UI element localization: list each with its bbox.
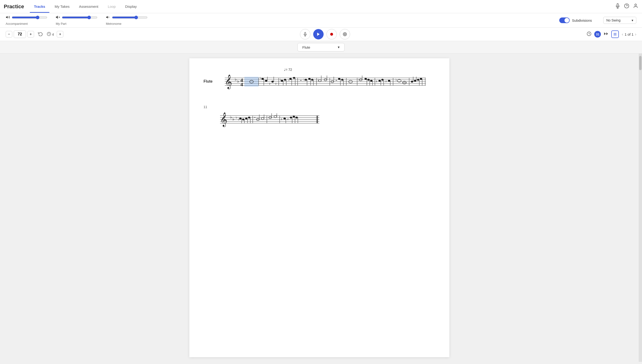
svg-text:𝄽: 𝄽 xyxy=(275,82,276,85)
svg-point-125 xyxy=(239,118,242,120)
svg-text:4: 4 xyxy=(240,82,243,87)
metronome-slider[interactable] xyxy=(112,16,147,19)
tempo-input[interactable] xyxy=(14,30,26,38)
fast-forward-button[interactable] xyxy=(604,32,608,37)
svg-text:𝄽: 𝄽 xyxy=(385,80,386,82)
svg-point-52 xyxy=(289,78,292,80)
tempo-decrease-button[interactable]: − xyxy=(6,31,12,38)
svg-text:𝄞: 𝄞 xyxy=(225,74,232,90)
svg-point-149 xyxy=(290,116,292,118)
svg-point-63 xyxy=(311,79,313,81)
sheet-area[interactable]: ♩= 72 Flute 𝄞 ♭ ♭ xyxy=(0,54,639,362)
transport-right: 31 ‹ 1 of 1 › xyxy=(587,30,636,38)
metronome-group: Metronome xyxy=(106,15,148,26)
sheet-page: ♩= 72 Flute 𝄞 ♭ ♭ xyxy=(189,58,449,357)
svg-marker-19 xyxy=(606,32,608,35)
page-next-button[interactable]: › xyxy=(635,32,636,37)
accompaniment-volume-icon[interactable] xyxy=(6,15,10,20)
accompaniment-slider[interactable] xyxy=(12,16,47,19)
svg-point-89 xyxy=(370,80,372,82)
header: Practice Tracks My Takes Assessment Loop… xyxy=(0,0,642,13)
svg-point-142 xyxy=(274,116,277,118)
my-part-label: My Part xyxy=(56,22,66,26)
transport-controls xyxy=(66,29,584,40)
beat-increase-button[interactable]: + xyxy=(57,31,63,38)
record-button[interactable] xyxy=(326,29,337,40)
tempo-reset-button[interactable] xyxy=(37,31,44,38)
subdivisions-label: Subdivisions xyxy=(572,18,592,22)
tab-tracks[interactable]: Tracks xyxy=(30,2,50,10)
subdivisions-group: Subdivisions xyxy=(559,18,592,23)
svg-marker-9 xyxy=(106,16,108,19)
svg-point-131 xyxy=(248,116,250,118)
user-icon[interactable] xyxy=(633,3,638,10)
svg-text:𝄞: 𝄞 xyxy=(220,112,228,127)
page-prev-button[interactable]: ‹ xyxy=(622,32,623,37)
tab-assessment[interactable]: Assessment xyxy=(75,2,103,10)
count-badge: 31 xyxy=(594,31,601,38)
help-icon[interactable] xyxy=(624,3,629,10)
svg-text:♭: ♭ xyxy=(230,115,232,120)
my-part-slider[interactable] xyxy=(62,16,97,19)
metronome-label: Metronome xyxy=(106,22,121,26)
svg-text:𝄼: 𝄼 xyxy=(335,80,337,81)
staff-svg-2: 𝄞 ♭ ♭ ♭ ♭ xyxy=(218,110,322,129)
svg-point-37 xyxy=(262,78,264,80)
svg-point-110 xyxy=(417,79,419,81)
play-button[interactable] xyxy=(313,29,324,40)
page-label: 1 of 1 xyxy=(624,32,633,36)
swing-dropdown[interactable]: No Swing ▾ xyxy=(603,17,636,24)
svg-point-54 xyxy=(293,77,295,79)
svg-text:♭: ♭ xyxy=(260,76,262,80)
svg-point-129 xyxy=(245,118,248,120)
svg-point-153 xyxy=(296,116,298,118)
svg-point-95 xyxy=(381,79,384,81)
app-title: Practice xyxy=(4,4,24,10)
svg-point-98 xyxy=(388,80,390,82)
svg-text:𝄽: 𝄽 xyxy=(376,80,377,82)
svg-point-14 xyxy=(330,33,333,36)
subdivisions-toggle[interactable] xyxy=(559,18,570,23)
svg-point-4 xyxy=(635,4,636,6)
svg-marker-13 xyxy=(317,32,320,36)
svg-point-106 xyxy=(411,81,413,82)
svg-text:♭: ♭ xyxy=(236,116,237,119)
tab-my-takes[interactable]: My Takes xyxy=(50,2,74,10)
my-part-group: My Part xyxy=(56,15,98,26)
svg-point-49 xyxy=(284,79,286,81)
my-part-mute-icon[interactable] xyxy=(56,15,60,20)
metronome-volume-icon[interactable] xyxy=(106,15,110,20)
svg-point-93 xyxy=(378,80,381,82)
svg-marker-20 xyxy=(604,32,606,35)
history-button[interactable] xyxy=(587,32,591,37)
svg-text:♭: ♭ xyxy=(232,116,234,121)
accompaniment-label: Accompaniment xyxy=(6,22,28,26)
svg-text:♭: ♭ xyxy=(235,77,237,82)
svg-point-112 xyxy=(420,78,422,80)
svg-point-85 xyxy=(364,78,367,80)
svg-point-146 xyxy=(283,118,286,120)
svg-text:𝄽: 𝄽 xyxy=(281,118,282,120)
measure-highlight xyxy=(245,77,259,87)
mic-button[interactable] xyxy=(300,29,310,40)
scrollbar-thumb[interactable] xyxy=(639,56,641,70)
scrollbar[interactable] xyxy=(639,54,642,362)
instrument-dropdown[interactable]: Flute ▾ xyxy=(297,43,345,52)
instrument-name-label: Flute xyxy=(203,79,215,84)
svg-point-108 xyxy=(414,80,416,82)
sheet-area-container: ♩= 72 Flute 𝄞 ♭ ♭ xyxy=(0,54,642,362)
tempo-increase-button[interactable]: + xyxy=(28,31,34,38)
accompaniment-group: Accompaniment xyxy=(6,15,48,26)
tempo-marking-text: ♩= 72 xyxy=(284,68,292,72)
tab-display[interactable]: Display xyxy=(121,2,141,10)
page-navigation: ‹ 1 of 1 › xyxy=(622,32,636,37)
svg-point-75 xyxy=(338,78,340,80)
microphone-icon[interactable] xyxy=(615,3,620,10)
svg-point-127 xyxy=(242,118,245,120)
target-button[interactable] xyxy=(340,29,350,40)
list-view-button[interactable] xyxy=(611,30,619,38)
transport-bar: − + 4 + 31 xyxy=(0,28,642,41)
svg-point-39 xyxy=(265,80,267,82)
tab-loop: Loop xyxy=(104,2,120,10)
staff-row-2: 𝄞 ♭ ♭ ♭ ♭ xyxy=(203,110,435,129)
